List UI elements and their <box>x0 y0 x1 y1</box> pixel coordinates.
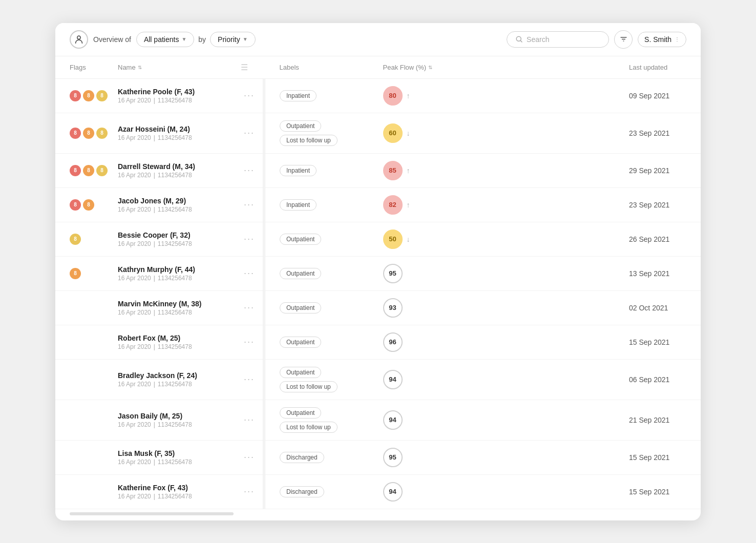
row-menu-button[interactable]: ··· <box>241 335 258 349</box>
patient-name[interactable]: Bessie Cooper (F, 32) <box>118 231 230 239</box>
labels-cell: Outpatient <box>265 256 378 290</box>
header: Overview of All patients ▼ by Priority ▼… <box>55 23 701 56</box>
name-column-header[interactable]: Name ⇅ <box>113 56 236 79</box>
table-row[interactable]: Jason Baily (M, 25)16 Apr 2020|113425647… <box>55 400 701 440</box>
label-tag: Discharged <box>280 452 324 463</box>
table-row[interactable]: Marvin McKinney (M, 38)16 Apr 2020|11342… <box>55 290 701 325</box>
peak-flow-circle: 82 <box>383 195 403 215</box>
row-menu-button[interactable]: ··· <box>241 300 258 315</box>
patient-name-cell: Robert Fox (M, 25)16 Apr 2020|1134256478 <box>113 325 236 359</box>
patient-meta: 16 Apr 2020|1134256478 <box>118 309 230 316</box>
row-menu-button[interactable]: ··· <box>241 197 258 212</box>
patient-name[interactable]: Jason Baily (M, 25) <box>118 412 230 420</box>
label-tag: Outpatient <box>280 268 321 279</box>
patient-meta: 16 Apr 2020|1134256478 <box>118 458 230 466</box>
row-menu-button[interactable]: ··· <box>241 88 258 103</box>
table-row[interactable]: Katherine Fox (F, 43)16 Apr 2020|1134256… <box>55 474 701 509</box>
label-tag: Outpatient <box>280 302 321 314</box>
labels-cell: Discharged <box>265 440 378 474</box>
flag-dot-red: 8 <box>70 165 81 176</box>
last-updated-cell: 23 Sep 2021 <box>624 113 701 153</box>
labels-cell: Inpatient <box>265 153 378 187</box>
table-row[interactable]: 8Kathryn Murphy (F, 44)16 Apr 2020|11342… <box>55 256 701 290</box>
peak-flow-cell: 82↑ <box>378 187 445 222</box>
peak-flow-circle: 85 <box>383 161 403 180</box>
scroll-indicator <box>55 509 701 520</box>
spacer-cell <box>445 440 624 474</box>
spacer-cell <box>445 400 624 440</box>
peak-flow-circle: 80 <box>383 86 403 106</box>
table-row[interactable]: 88Jacob Jones (M, 29)16 Apr 2020|1134256… <box>55 187 701 222</box>
patient-name[interactable]: Robert Fox (M, 25) <box>118 334 230 342</box>
by-label: by <box>198 35 206 44</box>
patient-name[interactable]: Darrell Steward (M, 34) <box>118 162 230 171</box>
patient-name[interactable]: Kathryn Murphy (F, 44) <box>118 265 230 274</box>
row-menu-button[interactable]: ··· <box>241 412 258 427</box>
columns-menu-icon[interactable]: ☰ <box>241 63 248 72</box>
row-menu-cell: ··· <box>236 325 263 359</box>
patients-filter-button[interactable]: All patients ▼ <box>136 32 194 47</box>
last-updated-cell: 15 Sep 2021 <box>624 325 701 359</box>
patient-name-cell: Lisa Musk (F, 35)16 Apr 2020|1134256478 <box>113 440 236 474</box>
flag-dot-red: 8 <box>70 128 81 139</box>
flags-cell: 88 <box>70 199 108 211</box>
user-menu-button[interactable]: S. Smith ⋮ <box>638 32 686 47</box>
app-logo <box>70 30 88 49</box>
label-tag: Lost to follow up <box>280 422 338 433</box>
row-menu-button[interactable]: ··· <box>241 163 258 178</box>
row-menu-button[interactable]: ··· <box>241 266 258 281</box>
table-row[interactable]: 888Azar Hosseini (M, 24)16 Apr 2020|1134… <box>55 113 701 153</box>
patient-name[interactable]: Lisa Musk (F, 35) <box>118 449 230 457</box>
flag-dot-orange: 8 <box>83 90 94 101</box>
table-row[interactable]: 8Bessie Cooper (F, 32)16 Apr 2020|113425… <box>55 222 701 256</box>
patient-name-cell: Marvin McKinney (M, 38)16 Apr 2020|11342… <box>113 290 236 325</box>
row-menu-button[interactable]: ··· <box>241 372 258 387</box>
priority-filter-button[interactable]: Priority ▼ <box>210 32 255 47</box>
row-menu-button[interactable]: ··· <box>241 450 258 465</box>
lastupdated-column-header: Last updated <box>624 56 701 79</box>
filter-button[interactable] <box>614 30 633 49</box>
patient-name-cell: Azar Hosseini (M, 24)16 Apr 2020|1134256… <box>113 113 236 153</box>
peak-flow-cell: 94 <box>378 359 445 400</box>
last-updated-cell: 15 Sep 2021 <box>624 440 701 474</box>
last-updated-cell: 23 Sep 2021 <box>624 187 701 222</box>
peakflow-column-header[interactable]: Peak Flow (%) ⇅ <box>378 56 445 79</box>
table-body: 888Katherine Poole (F, 43)16 Apr 2020|11… <box>55 78 701 509</box>
patient-name[interactable]: Bradley Jackson (F, 24) <box>118 371 230 380</box>
flag-dot-orange: 8 <box>70 268 81 279</box>
patient-name-cell: Bradley Jackson (F, 24)16 Apr 2020|11342… <box>113 359 236 400</box>
patient-name[interactable]: Katherine Fox (F, 43) <box>118 484 230 492</box>
label-tag: Inpatient <box>280 165 317 176</box>
patient-name[interactable]: Azar Hosseini (M, 24) <box>118 125 230 133</box>
patient-name[interactable]: Katherine Poole (F, 43) <box>118 88 230 96</box>
patient-name[interactable]: Jacob Jones (M, 29) <box>118 197 230 205</box>
row-menu-cell: ··· <box>236 290 263 325</box>
row-menu-cell: ··· <box>236 153 263 187</box>
priority-filter-label: Priority <box>218 35 240 44</box>
spacer-cell <box>445 113 624 153</box>
table-row[interactable]: 888Darrell Steward (M, 34)16 Apr 2020|11… <box>55 153 701 187</box>
flags-cell: 888 <box>70 128 108 139</box>
table-row[interactable]: Lisa Musk (F, 35)16 Apr 2020|1134256478·… <box>55 440 701 474</box>
table-row[interactable]: 888Katherine Poole (F, 43)16 Apr 2020|11… <box>55 78 701 113</box>
flag-dot-orange: 8 <box>83 165 94 176</box>
spacer-cell <box>445 474 624 509</box>
svg-point-1 <box>516 36 521 41</box>
table-row[interactable]: Robert Fox (M, 25)16 Apr 2020|1134256478… <box>55 325 701 359</box>
table-row[interactable]: Bradley Jackson (F, 24)16 Apr 2020|11342… <box>55 359 701 400</box>
row-menu-button[interactable]: ··· <box>241 126 258 140</box>
peak-flow-cell: 93 <box>378 290 445 325</box>
labels-column-header: Labels <box>265 56 378 79</box>
row-menu-cell: ··· <box>236 113 263 153</box>
patients-table: Flags Name ⇅ ☰ Labels <box>55 56 701 509</box>
search-box[interactable]: Search <box>507 31 609 48</box>
priority-chevron-icon: ▼ <box>243 36 248 42</box>
patient-name[interactable]: Marvin McKinney (M, 38) <box>118 300 230 308</box>
labels-cell: Outpatient <box>265 290 378 325</box>
scroll-track[interactable] <box>70 512 234 515</box>
row-menu-button[interactable]: ··· <box>241 232 258 246</box>
patient-meta: 16 Apr 2020|1134256478 <box>118 206 230 213</box>
svg-point-0 <box>77 36 80 39</box>
peak-flow-cell: 95 <box>378 256 445 290</box>
row-menu-button[interactable]: ··· <box>241 484 258 499</box>
